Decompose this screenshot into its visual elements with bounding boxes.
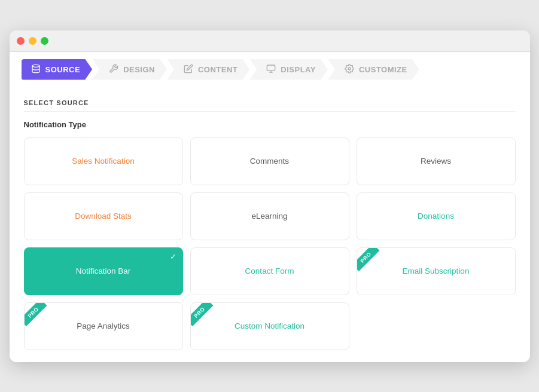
section-title: SELECT SOURCE: [24, 99, 516, 112]
nav-label-design: DESIGN: [123, 65, 155, 74]
card-notification-bar[interactable]: Notification Bar ✓: [24, 247, 183, 295]
pro-ribbon-email: [357, 248, 383, 274]
dot-green[interactable]: [41, 37, 48, 45]
app-window: SOURCE DESIGN CONTENT DISPLAY CUSTOMIZE: [10, 30, 530, 362]
pro-ribbon-analytics: [25, 303, 51, 329]
card-download-stats[interactable]: Download Stats: [24, 192, 183, 240]
design-icon: [109, 64, 118, 75]
notification-type-label: Notification Type: [24, 120, 516, 129]
card-page-analytics[interactable]: Page Analytics: [24, 302, 183, 350]
card-elearning[interactable]: eLearning: [190, 192, 349, 240]
card-comments-label: Comments: [250, 157, 289, 166]
customize-icon: [345, 64, 354, 75]
card-reviews[interactable]: Reviews: [357, 137, 516, 185]
card-custom-notification-label: Custom Notification: [235, 321, 304, 330]
card-empty: [357, 302, 516, 350]
nav-label-customize: CUSTOMIZE: [359, 65, 407, 74]
card-sales-label: Sales Notification: [72, 157, 134, 166]
source-icon: [31, 64, 41, 75]
card-email-subscription-label: Email Subscription: [403, 267, 470, 275]
dot-red[interactable]: [17, 37, 25, 45]
nav-label-display: DISPLAY: [281, 65, 316, 74]
card-donations-label: Donations: [418, 212, 454, 220]
card-notification-bar-label: Notification Bar: [76, 267, 131, 275]
card-custom-notification[interactable]: Custom Notification: [190, 302, 349, 350]
svg-point-4: [348, 68, 351, 70]
content-area: SELECT SOURCE Notification Type Sales No…: [10, 87, 530, 362]
card-comments[interactable]: Comments: [190, 137, 349, 185]
nav-step-source[interactable]: SOURCE: [22, 59, 93, 80]
card-contact-form[interactable]: Contact Form: [190, 247, 349, 295]
nav-step-design[interactable]: DESIGN: [92, 59, 167, 80]
card-page-analytics-label: Page Analytics: [77, 321, 130, 330]
card-download-stats-label: Download Stats: [75, 212, 132, 220]
pro-ribbon-custom: [191, 303, 217, 329]
svg-point-0: [32, 65, 39, 67]
dot-yellow[interactable]: [29, 37, 36, 45]
card-donations[interactable]: Donations: [357, 192, 516, 240]
card-reviews-label: Reviews: [421, 157, 451, 166]
display-icon: [266, 64, 276, 75]
nav-step-content[interactable]: CONTENT: [167, 59, 249, 80]
card-contact-form-label: Contact Form: [245, 267, 294, 275]
svg-rect-1: [267, 65, 275, 71]
card-elearning-label: eLearning: [251, 212, 287, 220]
nav-step-customize[interactable]: CUSTOMIZE: [328, 59, 419, 80]
card-grid: Sales Notification Comments Reviews Down…: [24, 137, 516, 350]
check-badge: ✓: [165, 248, 182, 266]
content-icon: [184, 64, 193, 75]
titlebar: [10, 30, 530, 52]
card-email-subscription[interactable]: Email Subscription: [357, 247, 516, 295]
nav-step-display[interactable]: DISPLAY: [249, 59, 328, 80]
card-sales[interactable]: Sales Notification: [24, 137, 183, 185]
nav-label-content: CONTENT: [198, 65, 237, 74]
nav-bar: SOURCE DESIGN CONTENT DISPLAY CUSTOMIZE: [10, 52, 530, 87]
nav-label-source: SOURCE: [45, 65, 81, 74]
